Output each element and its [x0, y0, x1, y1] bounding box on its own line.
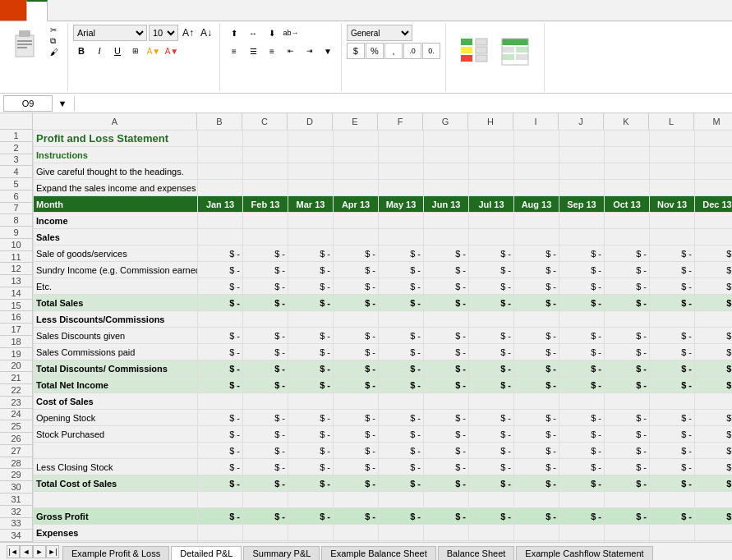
cell-12-col4[interactable]: [288, 311, 334, 328]
cell-17-col3[interactable]: [243, 393, 288, 410]
cell-11-col10[interactable]: $ -: [559, 295, 605, 311]
cell-2-col10[interactable]: [559, 147, 605, 163]
cell-20-col7[interactable]: $ -: [424, 443, 469, 459]
cell-10-col10[interactable]: $ -: [559, 278, 605, 295]
cell-1-col9[interactable]: [514, 131, 559, 147]
cell-12-col3[interactable]: [243, 311, 288, 328]
cell-2-col3[interactable]: [243, 147, 288, 163]
cell-6-col6[interactable]: [379, 213, 424, 229]
cell-14-col5[interactable]: $ -: [334, 344, 379, 360]
cell-12-col2[interactable]: [198, 311, 243, 328]
cell-7-col10[interactable]: [559, 229, 605, 246]
cell-26-col12[interactable]: [650, 541, 695, 543]
cell-7-col8[interactable]: [469, 229, 514, 246]
cell-16-col4[interactable]: $ -: [288, 377, 334, 393]
cell-5-D[interactable]: Mar 13: [288, 196, 334, 213]
cell-10-col12[interactable]: $ -: [650, 278, 695, 295]
cell-reference-box[interactable]: [3, 95, 53, 112]
cell-10-col6[interactable]: $ -: [379, 278, 424, 295]
cell-19-col3[interactable]: $ -: [243, 426, 288, 443]
border-button[interactable]: ⊞: [127, 43, 144, 59]
row-header-5[interactable]: 5: [0, 178, 32, 190]
formula-input[interactable]: [99, 95, 729, 112]
cell-23-col2[interactable]: [198, 492, 243, 508]
cell-4-col13[interactable]: [695, 180, 733, 196]
cell-20-col2[interactable]: $ -: [198, 443, 243, 459]
cell-26-col8[interactable]: [469, 541, 514, 543]
cell-15-col12[interactable]: $ -: [650, 360, 695, 377]
cell-17-col6[interactable]: [379, 393, 424, 410]
cell-11-col11[interactable]: $ -: [605, 295, 650, 311]
align-middle-button[interactable]: ↔: [244, 25, 262, 41]
cell-17-col5[interactable]: [334, 393, 379, 410]
cell-13-col10[interactable]: $ -: [559, 328, 605, 344]
cell-11-a[interactable]: Total Sales: [34, 295, 198, 311]
tab-data[interactable]: [109, 0, 130, 21]
cell-17-col2[interactable]: [198, 393, 243, 410]
cell-24-col5[interactable]: $ -: [334, 508, 379, 525]
cell-24-col9[interactable]: $ -: [514, 508, 559, 525]
cell-14-col8[interactable]: $ -: [469, 344, 514, 360]
cell-15-a[interactable]: Total Discounts/ Commissions: [34, 360, 198, 377]
row-header-33[interactable]: 33: [0, 518, 32, 530]
cell-22-col3[interactable]: $ -: [243, 475, 288, 492]
cell-21-a[interactable]: Less Closing Stock: [34, 459, 198, 475]
cell-20-col12[interactable]: $ -: [650, 443, 695, 459]
cell-18-col2[interactable]: $ -: [198, 410, 243, 426]
row-header-4[interactable]: 4: [0, 166, 32, 178]
cell-16-col12[interactable]: $ -: [650, 377, 695, 393]
row-header-17[interactable]: 17: [0, 324, 32, 336]
cell-22-col8[interactable]: $ -: [469, 475, 514, 492]
row-header-21[interactable]: 21: [0, 372, 32, 384]
cell-9-col3[interactable]: $ -: [243, 262, 288, 278]
cell-20-col10[interactable]: $ -: [559, 443, 605, 459]
cell-4-col10[interactable]: [559, 180, 605, 196]
cell-5-I[interactable]: Aug 13: [514, 196, 559, 213]
cell-10-col8[interactable]: $ -: [469, 278, 514, 295]
cell-22-col6[interactable]: $ -: [379, 475, 424, 492]
cell-21-col11[interactable]: $ -: [605, 459, 650, 475]
cell-22-col11[interactable]: $ -: [605, 475, 650, 492]
increase-indent-button[interactable]: ⇥: [301, 43, 319, 59]
row-header-1[interactable]: 1: [0, 130, 32, 142]
number-format-select[interactable]: General: [347, 25, 412, 41]
cell-14-col3[interactable]: $ -: [243, 344, 288, 360]
cell-12-col8[interactable]: [469, 311, 514, 328]
cell-4-col11[interactable]: [605, 180, 650, 196]
cell-13-a[interactable]: Sales Discounts given: [34, 328, 198, 344]
cell-7-col6[interactable]: [379, 229, 424, 246]
cell-9-col2[interactable]: $ -: [198, 262, 243, 278]
cell-7-col3[interactable]: [243, 229, 288, 246]
cell-16-a[interactable]: Total Net Income: [34, 377, 198, 393]
cell-10-col11[interactable]: $ -: [605, 278, 650, 295]
cell-2-col7[interactable]: [424, 147, 469, 163]
cell-24-col3[interactable]: $ -: [243, 508, 288, 525]
cell-1-col5[interactable]: [334, 131, 379, 147]
cell-11-col8[interactable]: $ -: [469, 295, 514, 311]
cell-19-col8[interactable]: $ -: [469, 426, 514, 443]
row-header-16[interactable]: 16: [0, 311, 32, 324]
cell-23-col11[interactable]: [605, 492, 650, 508]
cell-22-col12[interactable]: $ -: [650, 475, 695, 492]
cell-3-a[interactable]: Give careful thought to the headings.: [34, 163, 198, 180]
cell-7-col9[interactable]: [514, 229, 559, 246]
cell-3-col7[interactable]: [424, 163, 469, 180]
cell-19-a[interactable]: Stock Purchased: [34, 426, 198, 443]
cell-8-col13[interactable]: $ -: [695, 246, 733, 262]
cell-14-col11[interactable]: $ -: [605, 344, 650, 360]
cell-20-col5[interactable]: $ -: [334, 443, 379, 459]
cell-6-col12[interactable]: [650, 213, 695, 229]
cell-9-col10[interactable]: $ -: [559, 262, 605, 278]
cell-14-col10[interactable]: $ -: [559, 344, 605, 360]
cell-12-col11[interactable]: [605, 311, 650, 328]
cell-4-a[interactable]: Expand the sales income and expenses are…: [34, 180, 198, 196]
cell-26-col13[interactable]: [695, 541, 733, 543]
cell-18-col7[interactable]: $ -: [424, 410, 469, 426]
cell-18-col8[interactable]: $ -: [469, 410, 514, 426]
bold-button[interactable]: B: [73, 43, 90, 59]
cell-15-col2[interactable]: $ -: [198, 360, 243, 377]
format-as-table-button[interactable]: [496, 34, 534, 69]
cell-21-col8[interactable]: $ -: [469, 459, 514, 475]
cell-2-col11[interactable]: [605, 147, 650, 163]
cell-23-col5[interactable]: [334, 492, 379, 508]
